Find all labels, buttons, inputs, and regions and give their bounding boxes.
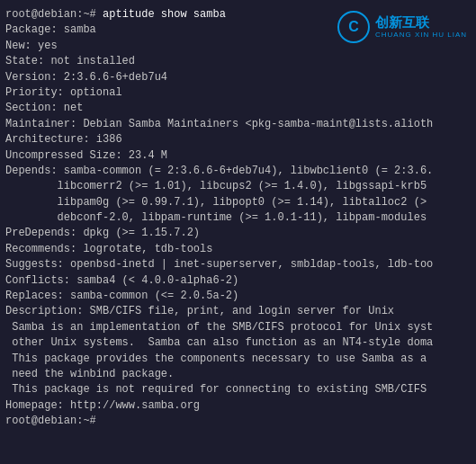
watermark-pinyin: CHUANG XIN HU LIAN <box>375 31 467 40</box>
terminal-line: Version: 2:3.6.6-6+deb7u4 <box>5 70 471 85</box>
terminal-line: root@debian:~# <box>5 414 471 429</box>
prompt: root@debian:~# <box>5 8 103 21</box>
terminal-line: Recommends: logrotate, tdb-tools <box>5 242 471 257</box>
terminal-line: Uncompressed Size: 23.4 M <box>5 148 471 164</box>
terminal-line: other Unix systems. Samba can also funct… <box>5 335 471 351</box>
command: aptitude show samba <box>103 8 226 21</box>
terminal-line: This package provides the components nec… <box>5 352 471 367</box>
terminal-line: Conflicts: samba4 (< 4.0.0-alpha6-2) <box>5 273 471 289</box>
terminal-line: Homepage: http://www.samba.org <box>5 398 471 414</box>
terminal-line: Architecture: i386 <box>5 132 471 147</box>
terminal-line: Section: net <box>5 101 471 116</box>
terminal-line: libpam0g (>= 0.99.7.1), libpopt0 (>= 1.1… <box>5 195 471 210</box>
terminal-line: Replaces: samba-common (<= 2.0.5a-2) <box>5 289 471 304</box>
terminal-line: Depends: samba-common (= 2:3.6.6-6+deb7u… <box>5 164 471 179</box>
terminal-line: This package is not required for connect… <box>5 382 471 397</box>
watermark-text-block: 创新互联 CHUANG XIN HU LIAN <box>375 14 467 40</box>
terminal-line: PreDepends: dpkg (>= 1.15.7.2) <box>5 226 471 241</box>
terminal-line: Samba is an implementation of the SMB/CI… <box>5 320 471 335</box>
terminal-line: Description: SMB/CIFS file, print, and l… <box>5 304 471 319</box>
terminal-line: Suggests: openbsd-inetd | inet-superserv… <box>5 257 471 272</box>
terminal-line: Maintainer: Debian Samba Maintainers <pk… <box>5 117 471 132</box>
terminal-line: libcomerr2 (>= 1.01), libcups2 (>= 1.4.0… <box>5 179 471 194</box>
watermark-cn: 创新互联 <box>375 14 429 31</box>
terminal-line: Priority: optional <box>5 85 471 101</box>
terminal-line: need the winbind package. <box>5 367 471 382</box>
watermark: C 创新互联 CHUANG XIN HU LIAN <box>337 11 467 43</box>
prompt: root@debian:~# <box>5 415 103 427</box>
watermark-logo: C <box>337 11 370 43</box>
svg-text:C: C <box>348 19 359 34</box>
terminal: root@debian:~# aptitude show sambaPackag… <box>0 0 476 464</box>
terminal-line: State: not installed <box>5 54 471 69</box>
terminal-line: debconf-2.0, libpam-runtime (>= 1.0.1-11… <box>5 210 471 226</box>
